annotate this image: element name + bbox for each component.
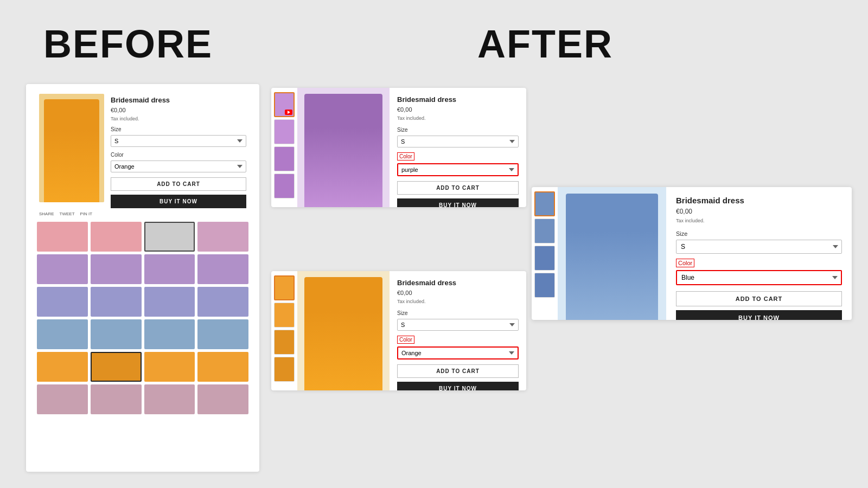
before-color-select[interactable]: Orange Purple Blue [111,160,246,172]
before-label: BEFORE [43,22,213,66]
before-thumb-10[interactable] [91,287,142,317]
youtube-badge [285,110,292,115]
after-right-tax: Tax included. [676,218,842,223]
after-right-product-info: Bridesmaid dress €0,00 Tax included. Siz… [666,187,852,320]
before-thumb-11[interactable] [144,287,195,317]
before-product-title: Bridesmaid dress [111,96,246,104]
before-thumb-grid [35,222,251,414]
before-thumb-6[interactable] [91,254,142,284]
before-product-price: €0,00 [111,107,246,113]
after-bottom-buy-now-button[interactable]: BUY IT NOW [397,382,519,390]
after-bottom-product-info: Bridesmaid dress €0,00 Tax included. Siz… [390,271,526,390]
before-thumb-16[interactable] [197,319,248,349]
after-top-card: Bridesmaid dress €0,00 Tax included. Siz… [271,88,526,207]
before-thumb-15[interactable] [144,319,195,349]
after-bottom-main-image [297,271,390,390]
after-top-buy-now-button[interactable]: BUY IT NOW [397,198,519,207]
before-size-select[interactable]: S M L [111,135,246,147]
after-top-color-label: Color [397,152,414,160]
after-right-card: Bridesmaid dress €0,00 Tax included. Siz… [532,187,852,320]
dress-figure-orange [44,99,99,202]
after-bottom-thumb-3[interactable] [274,330,295,355]
before-thumb-19[interactable] [144,352,195,382]
after-top-thumb-3[interactable] [274,146,295,171]
before-thumb-24[interactable] [197,384,248,414]
after-bottom-size-select[interactable]: SML [397,319,519,331]
after-right-thumb-1[interactable] [534,191,555,216]
before-thumb-7[interactable] [144,254,195,284]
before-social-share: SHARE TWEET PIN IT [35,211,251,216]
before-thumb-1[interactable] [37,222,88,252]
after-top-color-select[interactable]: purple Orange Blue [397,163,519,176]
before-color-label: Color [111,152,246,158]
after-right-color-select[interactable]: Blue Orange purple [676,270,842,285]
after-bottom-thumb-2[interactable] [274,303,295,328]
before-product-info: Bridesmaid dress €0,00 Tax included. Siz… [111,94,246,208]
share-label[interactable]: SHARE [39,211,54,216]
before-thumb-18[interactable] [91,352,142,382]
before-thumb-23[interactable] [144,384,195,414]
before-thumb-20[interactable] [197,352,248,382]
after-bottom-thumbs [271,271,297,390]
after-right-thumb-3[interactable] [534,246,555,271]
after-top-tax: Tax included. [397,115,519,121]
before-size-label: Size [111,126,246,132]
after-right-thumb-4[interactable] [534,273,555,298]
after-bottom-title: Bridesmaid dress [397,279,519,287]
after-right-thumbs [532,187,558,320]
before-thumb-14[interactable] [91,319,142,349]
after-bottom-color-select[interactable]: Orange purple Blue [397,346,519,359]
tweet-label[interactable]: TWEET [60,211,75,216]
before-thumb-13[interactable] [37,319,88,349]
pin-label[interactable]: PIN IT [80,211,93,216]
after-bottom-size-label: Size [397,310,519,316]
before-main-image [39,94,104,202]
after-right-color-label: Color [676,259,694,267]
after-right-add-cart-button[interactable]: ADD TO CART [676,291,842,306]
before-panel: Bridesmaid dress €0,00 Tax included. Siz… [26,84,259,472]
after-top-thumb-2[interactable] [274,119,295,144]
dress-blue-figure [566,194,658,320]
after-right-price: €0,00 [676,208,842,215]
after-top-main-image [297,88,390,207]
after-bottom-thumb-1[interactable] [274,275,295,300]
after-top-thumb-4[interactable] [274,174,295,198]
after-right-thumb-2[interactable] [534,219,555,243]
after-right-size-select[interactable]: SML [676,240,842,254]
before-thumb-8[interactable] [197,254,248,284]
after-top-size-select[interactable]: SML [397,136,519,147]
before-product-row: Bridesmaid dress €0,00 Tax included. Siz… [35,94,251,208]
before-buy-now-button[interactable]: BUY IT NOW [111,195,246,208]
after-right-title: Bridesmaid dress [676,196,842,205]
before-thumb-9[interactable] [37,287,88,317]
after-bottom-color-label: Color [397,336,414,344]
after-bottom-card: Bridesmaid dress €0,00 Tax included. Siz… [271,271,526,390]
before-thumb-5[interactable] [37,254,88,284]
after-top-add-cart-button[interactable]: ADD TO CART [397,181,519,195]
after-top-title: Bridesmaid dress [397,95,519,104]
after-top-thumb-1[interactable] [274,92,295,117]
after-top-size-label: Size [397,127,519,133]
dress-orange-figure-bottom [304,277,383,390]
before-thumb-22[interactable] [91,384,142,414]
after-bottom-tax: Tax included. [397,299,519,304]
after-label: AFTER [477,22,613,66]
before-thumb-3[interactable] [144,222,195,252]
before-thumb-17[interactable] [37,352,88,382]
after-bottom-price: €0,00 [397,290,519,296]
before-thumb-21[interactable] [37,384,88,414]
after-top-product-info: Bridesmaid dress €0,00 Tax included. Siz… [390,88,526,207]
after-right-size-label: Size [676,230,842,237]
after-top-thumbs [271,88,297,207]
before-thumb-2[interactable] [91,222,142,252]
after-right-main-image [558,187,666,320]
after-bottom-thumb-4[interactable] [274,357,295,382]
after-bottom-add-cart-button[interactable]: ADD TO CART [397,364,519,378]
before-product-tax: Tax included. [111,116,246,121]
after-top-price: €0,00 [397,106,519,113]
before-thumb-4[interactable] [197,222,248,252]
dress-purple-figure [304,94,383,207]
after-right-buy-now-button[interactable]: BUY IT NOW [676,310,842,320]
before-thumb-12[interactable] [197,287,248,317]
before-add-cart-button[interactable]: ADD TO CART [111,177,246,191]
